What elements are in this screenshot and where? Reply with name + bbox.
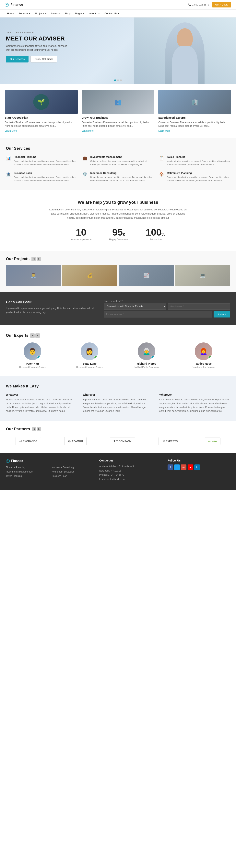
experts-prev-button[interactable]: ◀ bbox=[30, 333, 35, 338]
expert-badge-3: ✓ bbox=[151, 356, 155, 360]
footer-contact-col: Contact us Address: 8th floor, 319 Hudso… bbox=[99, 459, 162, 482]
expert-card-3: 👨‍🦳 ✓ Richard Pierce Certified Public Ac… bbox=[120, 342, 173, 368]
nav-contact[interactable]: Contact Us ▾ bbox=[102, 10, 121, 17]
service-icon-3: 📋 bbox=[159, 156, 165, 166]
footer-link-retirement[interactable]: Retirement Strategies bbox=[52, 470, 93, 473]
hero-section: GREAT EXPERIENCE MEET OUR ADVISER Compre… bbox=[0, 18, 236, 84]
experts-next-button[interactable]: ▶ bbox=[35, 333, 40, 338]
service-title-3: Taxes Planning bbox=[167, 155, 230, 158]
grow-text: Lorem ipsum dolor sit amet, consectetur … bbox=[49, 208, 187, 220]
nav-shop[interactable]: Shop bbox=[62, 10, 73, 17]
social-twitter-button[interactable]: t bbox=[174, 464, 180, 470]
nav-about[interactable]: About Us bbox=[87, 10, 102, 17]
feature-image-2: 👥 bbox=[82, 90, 155, 114]
footer-link-financial-planning[interactable]: Financial Planning bbox=[6, 466, 48, 469]
logo-text: Finance bbox=[10, 3, 23, 7]
callback-section: Get a Call Back If you need to speak to … bbox=[0, 292, 236, 326]
nav-home[interactable]: Home bbox=[5, 10, 16, 17]
nav-pages[interactable]: Pages ▾ bbox=[73, 10, 87, 17]
easy-title: We Makes It Easy bbox=[6, 384, 230, 389]
feature-text-2: Context of Business Fusce ornare mi vel … bbox=[82, 121, 155, 128]
expert-card-1: 👨 ✓ Peter Hart Chartered Financial Advis… bbox=[6, 342, 59, 368]
social-linkedin-button[interactable]: in bbox=[194, 464, 200, 470]
expert-card-2: 👩 ✓ Betty Lane Chartered Financial Advis… bbox=[63, 342, 116, 368]
hero-buttons: Our Services Quick Call Back bbox=[6, 56, 69, 62]
social-facebook-button[interactable]: f bbox=[168, 464, 173, 470]
easy-item-1: Whatever Maecenas et varius mauris. In v… bbox=[6, 393, 77, 413]
form-phone-input[interactable] bbox=[104, 311, 212, 317]
footer-link-investments[interactable]: Investments Management bbox=[6, 470, 48, 473]
form-name-input[interactable] bbox=[168, 303, 230, 310]
footer-link-business-loan[interactable]: Business Loan bbox=[52, 474, 93, 478]
service-business-loan: 🏦 Business Loan Donec lacinia mi rutrum … bbox=[6, 172, 77, 182]
easy-item-2: Wherever In placerat sapien urna, quis f… bbox=[83, 393, 153, 413]
easy-section: We Makes It Easy Whatever Maecenas et va… bbox=[0, 376, 236, 421]
form-group-help: How can we help? * Discussions with Fina… bbox=[104, 300, 166, 310]
partner-logo-5: envato bbox=[205, 437, 220, 445]
expert-avatar-4: 👩‍🦰 ✓ bbox=[195, 342, 212, 360]
form-help-label: How can we help? * bbox=[104, 300, 166, 302]
project-item-4[interactable]: 💻 bbox=[175, 265, 230, 286]
projects-grid: 👨‍💼 💰 📈 💻 bbox=[6, 265, 230, 286]
stat-number-1: 10 bbox=[70, 228, 91, 237]
form-submit-button[interactable]: Submit bbox=[214, 311, 230, 317]
project-item-2[interactable]: 💰 bbox=[62, 265, 117, 286]
partners-nav-arrows: ◀ ▶ bbox=[32, 427, 41, 431]
dot-3[interactable] bbox=[120, 80, 122, 81]
social-google-button[interactable]: g+ bbox=[181, 464, 186, 470]
features-grid: 🌱 Start A Good Plan Context of Business … bbox=[5, 90, 231, 132]
stat-label-1: Years of experience bbox=[70, 238, 91, 241]
logo-icon bbox=[5, 3, 9, 7]
service-title-4: Business Loan bbox=[14, 172, 77, 175]
project-item-3[interactable]: 📈 bbox=[119, 265, 174, 286]
expert-avatar-3: 👨‍🦳 ✓ bbox=[138, 342, 155, 360]
expert-name-2: Betty Lane bbox=[63, 362, 116, 365]
experts-header: Our Experts ◀ ▶ bbox=[6, 333, 230, 338]
features-section: 🌱 Start A Good Plan Context of Business … bbox=[0, 84, 236, 138]
feature-link-2[interactable]: Learn More → bbox=[82, 129, 97, 132]
feature-link-1[interactable]: Learn More → bbox=[5, 129, 20, 132]
header: Finance 📞 1-800-123-6879 Get A Quote bbox=[0, 0, 236, 10]
project-prev-button[interactable]: ◀ bbox=[31, 257, 36, 261]
dot-2[interactable] bbox=[117, 80, 119, 81]
services-grid: 📊 Financial Planning Donec lacinia mi ru… bbox=[6, 155, 230, 182]
form-bottom-row: Submit bbox=[104, 311, 230, 317]
service-title-6: Retirement Planning bbox=[167, 172, 230, 175]
nav-services[interactable]: Services ▾ bbox=[16, 10, 33, 17]
footer-main: Finance Financial Planning Insurance Con… bbox=[6, 459, 230, 482]
nav-news[interactable]: News ▾ bbox=[49, 10, 62, 17]
feature-link-3[interactable]: Learn More → bbox=[158, 129, 173, 132]
partners-prev-button[interactable]: ◀ bbox=[32, 427, 36, 431]
partners-next-button[interactable]: ▶ bbox=[37, 427, 41, 431]
main-nav: Home Services ▾ Projects ▾ News ▾ Shop P… bbox=[0, 10, 236, 18]
form-help-select[interactable]: Discussions with Financial Experts bbox=[104, 303, 166, 310]
partner-logo-4: ✕ EXPERTS bbox=[158, 437, 181, 445]
easy-text-2: In placerat sapien urna, quis faucibus m… bbox=[83, 398, 153, 413]
partner-logo-2: ⊙ AZAMOH bbox=[64, 437, 87, 445]
nav-projects[interactable]: Projects ▾ bbox=[33, 10, 49, 17]
experts-title: Our Experts bbox=[6, 333, 28, 338]
easy-heading-2: Wherever bbox=[83, 393, 153, 396]
svg-point-5 bbox=[7, 460, 8, 461]
service-retirement: 🏠 Retirement Planning Donec lacinia mi r… bbox=[159, 172, 230, 182]
quick-callback-button[interactable]: Quick Call Back bbox=[30, 56, 57, 62]
svg-point-1 bbox=[6, 4, 7, 5]
service-title-2: Investments Management bbox=[90, 155, 153, 158]
experts-grid: 👨 ✓ Peter Hart Chartered Financial Advis… bbox=[6, 342, 230, 368]
partners-logos: ⇄ EXCHANGE ⊙ AZAMOH T T COMPANY ✕ EXPERT… bbox=[6, 435, 230, 447]
social-youtube-button[interactable]: ▶ bbox=[187, 464, 193, 470]
callback-form: How can we help? * Discussions with Fina… bbox=[104, 300, 230, 317]
easy-heading-3: Wherever bbox=[159, 393, 230, 396]
project-next-button[interactable]: ▶ bbox=[36, 257, 41, 261]
dot-1[interactable] bbox=[114, 80, 116, 81]
feature-image-3: 🏢 bbox=[158, 90, 231, 114]
project-item-1[interactable]: 👨‍💼 bbox=[6, 265, 61, 286]
footer-link-taxes[interactable]: Taxes Planning bbox=[6, 474, 48, 478]
footer-address: Address: 8th floor, 319 Hudson St, New Y… bbox=[99, 464, 162, 473]
hero-image bbox=[134, 18, 236, 84]
our-services-button[interactable]: Our Services bbox=[6, 56, 29, 62]
expert-title-4: Registered Tax Preparer bbox=[177, 366, 230, 368]
footer-link-insurance[interactable]: Insurance Consulting bbox=[52, 466, 93, 469]
get-quote-button[interactable]: Get A Quote bbox=[212, 2, 231, 7]
service-icon-2: 💼 bbox=[82, 156, 88, 166]
